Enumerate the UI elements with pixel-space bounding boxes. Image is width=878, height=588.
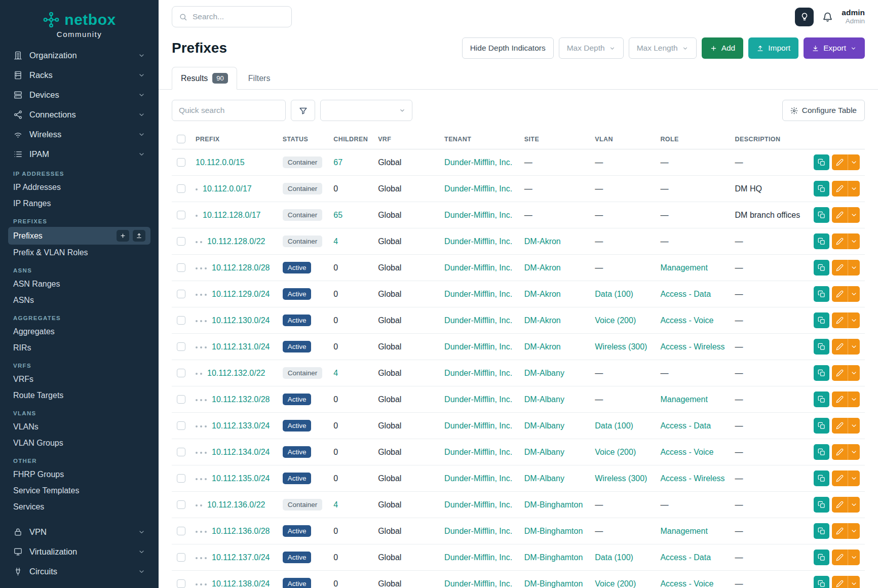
notifications-button[interactable] xyxy=(822,12,833,22)
sidebar-item-service-templates[interactable]: Service Templates xyxy=(8,483,150,499)
netbox-brand[interactable]: netbox Community xyxy=(8,6,150,46)
tenant-link[interactable]: Dunder-Mifflin, Inc. xyxy=(444,290,512,298)
filter-button[interactable] xyxy=(291,100,315,121)
site-link[interactable]: DM-Albany xyxy=(524,395,564,404)
sidebar-item-racks[interactable]: Racks xyxy=(8,65,150,85)
sidebar-item-ipam[interactable]: IPAM xyxy=(8,144,150,164)
edit-button[interactable] xyxy=(832,550,848,565)
tenant-link[interactable]: Dunder-Mifflin, Inc. xyxy=(444,474,512,483)
prefix-link[interactable]: 10.112.135.0/24 xyxy=(212,474,270,483)
edit-button[interactable] xyxy=(832,260,848,276)
row-checkbox[interactable] xyxy=(177,158,185,167)
edit-dropdown-button[interactable] xyxy=(848,207,860,223)
tenant-link[interactable]: Dunder-Mifflin, Inc. xyxy=(444,316,512,325)
tab-filters[interactable]: Filters xyxy=(239,67,280,90)
edit-dropdown-button[interactable] xyxy=(848,339,860,355)
vlan-link[interactable]: Voice (200) xyxy=(595,448,636,456)
sidebar-item-virtualization[interactable]: Virtualization xyxy=(8,542,150,562)
sidebar-item-vpn[interactable]: VPN xyxy=(8,522,150,542)
row-checkbox[interactable] xyxy=(177,263,185,272)
user-menu[interactable]: admin Admin xyxy=(842,8,865,26)
global-search[interactable] xyxy=(172,6,292,27)
site-link[interactable]: DM-Akron xyxy=(524,342,561,351)
row-checkbox[interactable] xyxy=(177,553,185,562)
site-link[interactable]: DM-Binghamton xyxy=(524,579,583,588)
tenant-link[interactable]: Dunder-Mifflin, Inc. xyxy=(444,211,512,219)
copy-button[interactable] xyxy=(814,523,829,539)
row-checkbox[interactable] xyxy=(177,369,185,377)
tenant-link[interactable]: Dunder-Mifflin, Inc. xyxy=(444,263,512,272)
row-checkbox[interactable] xyxy=(177,237,185,246)
site-link[interactable]: DM-Albany xyxy=(524,421,564,430)
edit-dropdown-button[interactable] xyxy=(848,154,860,170)
theme-toggle-button[interactable] xyxy=(795,8,814,26)
site-link[interactable]: DM-Albany xyxy=(524,369,564,377)
prefix-link[interactable]: 10.112.129.0/24 xyxy=(212,290,270,298)
copy-button[interactable] xyxy=(814,286,829,302)
edit-button[interactable] xyxy=(832,444,848,460)
sidebar-item-ip-addresses[interactable]: IP Addresses xyxy=(8,179,150,195)
row-checkbox[interactable] xyxy=(177,290,185,298)
edit-button[interactable] xyxy=(832,391,848,407)
children-link[interactable]: 65 xyxy=(333,211,342,219)
edit-dropdown-button[interactable] xyxy=(848,576,860,588)
prefix-link[interactable]: 10.112.134.0/24 xyxy=(212,448,270,456)
edit-button[interactable] xyxy=(832,418,848,434)
site-link[interactable]: DM-Akron xyxy=(524,316,561,325)
max-length-dropdown[interactable]: Max Length xyxy=(629,37,697,59)
tenant-link[interactable]: Dunder-Mifflin, Inc. xyxy=(444,527,512,535)
copy-button[interactable] xyxy=(814,339,829,355)
site-link[interactable]: DM-Akron xyxy=(524,290,561,298)
edit-dropdown-button[interactable] xyxy=(848,286,860,302)
edit-dropdown-button[interactable] xyxy=(848,365,860,381)
prefix-link[interactable]: 10.112.137.0/24 xyxy=(212,553,270,562)
prefix-link[interactable]: 10.112.132.0/28 xyxy=(212,395,270,404)
role-link[interactable]: Access - Voice xyxy=(660,316,713,325)
prefix-link[interactable]: 10.112.128.0/17 xyxy=(203,211,260,219)
prefix-link[interactable]: 10.112.130.0/24 xyxy=(212,316,270,325)
vlan-link[interactable]: Data (100) xyxy=(595,290,633,298)
role-link[interactable]: Access - Data xyxy=(660,290,711,298)
role-link[interactable]: Access - Voice xyxy=(660,448,713,456)
edit-button[interactable] xyxy=(832,312,848,328)
site-link[interactable]: DM-Akron xyxy=(524,237,561,246)
vlan-link[interactable]: Voice (200) xyxy=(595,579,636,588)
sidebar-item-vlan-groups[interactable]: VLAN Groups xyxy=(8,435,150,451)
role-link[interactable]: Management xyxy=(660,263,707,272)
edit-dropdown-button[interactable] xyxy=(848,497,860,513)
edit-button[interactable] xyxy=(832,471,848,486)
column-header-vlan[interactable]: VLAN xyxy=(590,129,655,149)
prefix-link[interactable]: 10.112.136.0/22 xyxy=(207,500,265,509)
sidebar-item-organization[interactable]: Organization xyxy=(8,46,150,65)
site-link[interactable]: DM-Binghamton xyxy=(524,553,583,562)
children-link[interactable]: 4 xyxy=(333,369,338,377)
vlan-link[interactable]: Wireless (300) xyxy=(595,342,647,351)
prefix-link[interactable]: 10.112.0.0/17 xyxy=(203,184,252,193)
sidebar-item-aggregates[interactable]: Aggregates xyxy=(8,324,150,340)
copy-button[interactable] xyxy=(814,181,829,197)
edit-button[interactable] xyxy=(832,523,848,539)
row-checkbox[interactable] xyxy=(177,316,185,325)
edit-button[interactable] xyxy=(832,576,848,588)
edit-button[interactable] xyxy=(832,339,848,355)
quick-search-input[interactable] xyxy=(172,100,286,121)
row-checkbox[interactable] xyxy=(177,448,185,456)
hide-depth-indicators-button[interactable]: Hide Depth Indicators xyxy=(462,37,554,59)
tenant-link[interactable]: Dunder-Mifflin, Inc. xyxy=(444,579,512,588)
sidebar-item-circuits[interactable]: Circuits xyxy=(8,562,150,581)
max-depth-dropdown[interactable]: Max Depth xyxy=(559,37,624,59)
prefix-link[interactable]: 10.112.128.0/22 xyxy=(207,237,265,246)
children-link[interactable]: 4 xyxy=(333,237,338,246)
sidebar-item-ip-ranges[interactable]: IP Ranges xyxy=(8,195,150,212)
copy-button[interactable] xyxy=(814,444,829,460)
copy-button[interactable] xyxy=(814,550,829,565)
row-checkbox[interactable] xyxy=(177,527,185,535)
sidebar-item-prefix-vlan-roles[interactable]: Prefix & VLAN Roles xyxy=(8,245,150,261)
children-link[interactable]: 67 xyxy=(333,158,342,167)
column-header-vrf[interactable]: VRF xyxy=(373,129,439,149)
site-link[interactable]: DM-Binghamton xyxy=(524,500,583,509)
column-header-site[interactable]: SITE xyxy=(519,129,590,149)
vlan-link[interactable]: Data (100) xyxy=(595,553,633,562)
row-checkbox[interactable] xyxy=(177,184,185,193)
select-all-checkbox[interactable] xyxy=(177,135,185,143)
